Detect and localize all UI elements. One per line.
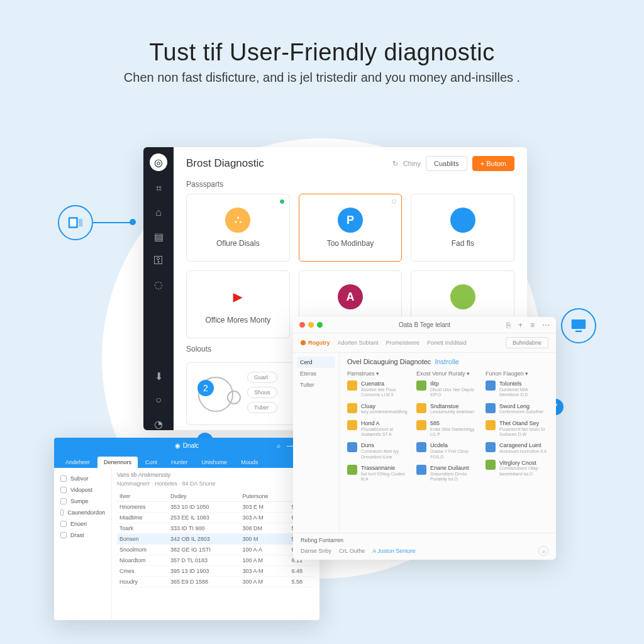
table-row[interactable]: Hnomeres353 10 ID 1050303 E M5 M — [117, 502, 314, 513]
table-cell: 308 DM — [240, 523, 289, 534]
column-header[interactable]: Exost Venur Ruraty ▾ — [416, 370, 479, 377]
catalog-item[interactable]: Cloaytury uomanranevasthng — [347, 403, 410, 415]
sidebar-key-icon[interactable]: ⚿ — [152, 254, 165, 267]
clipboard-icon[interactable]: ⎘ — [506, 321, 511, 330]
tab[interactable]: Andeheer — [59, 457, 96, 468]
table-row[interactable]: Miadtime253 EE IL 1083303 A·M6 M — [117, 513, 314, 523]
table-row[interactable]: Houdry365 E9 D 1588300 A M5.58 — [117, 577, 314, 587]
tab-bar: AndeheerDenennorsContHunlerUnishomeMouds — [54, 453, 319, 468]
nav-item-label: Caunendordon — [67, 509, 105, 516]
search-icon[interactable]: ⌕ — [277, 442, 280, 449]
catalog-item[interactable]: Hond APhosattronont al dustannits ST.A — [347, 420, 410, 438]
nav-item[interactable]: Subvor — [58, 473, 108, 484]
catalog-item[interactable]: IlitpDhost Ulox Ner Oapds EIP.O — [416, 380, 479, 398]
sidebar-layers-icon[interactable]: ▤ — [152, 230, 165, 243]
catalog-item[interactable]: Trassannaniefud tunt IONug Cuotes til.A — [347, 465, 410, 482]
chip[interactable]: Shous — [247, 387, 277, 398]
column-header[interactable]: Ilver — [117, 491, 168, 502]
catalog-item[interactable]: Thet Otand SeyPuxanterdt fan tviolo Sr S… — [486, 420, 548, 438]
side-nav: SubvorVidopostSumpeCaunendordonEnoenDras… — [54, 468, 112, 620]
app-tile[interactable]: ▶Office Mores Monty — [186, 270, 290, 338]
app-tile[interactable]: Fad fls — [411, 194, 514, 262]
catalog-item[interactable]: UcdelaGuasa Y Fnd Clboy FOS.D — [416, 442, 479, 460]
catalog-item[interactable]: 585Ectat Sthe Darterhihgy Li1.P — [416, 420, 479, 438]
sidebar-dot-icon[interactable]: ○ — [152, 394, 165, 406]
more-icon[interactable]: ⋯ — [542, 321, 550, 330]
footer-item[interactable]: CrL Outhe — [339, 548, 365, 554]
nav-item[interactable]: Cerd — [297, 357, 335, 368]
nav-item-label: Vidopost — [70, 487, 92, 493]
traffic-lights[interactable] — [299, 322, 323, 328]
catalog-item[interactable]: Vitrglory CnostComdenobers Olikp Ianentd… — [486, 460, 548, 477]
tab[interactable]: Hunler — [165, 457, 194, 468]
svg-rect-4 — [575, 331, 582, 333]
search-icon[interactable]: ⌕ — [538, 546, 548, 556]
item-icon — [416, 380, 426, 391]
app-logo-icon[interactable]: ◎ — [150, 153, 167, 171]
app-tile[interactable]: PToo Modinbay — [299, 194, 402, 262]
catalog-item[interactable]: Enane DuilauntSnaunsttem Drndo Punalnly … — [416, 465, 479, 482]
app-icon: ◉ — [175, 442, 180, 449]
table-cell: 303 A·M — [240, 566, 289, 577]
secondary-button[interactable]: Cuablits — [426, 156, 467, 171]
nav-item[interactable]: Sumpe — [58, 496, 108, 507]
table-row[interactable]: Toark333 ID TI 900308 DM5.48 — [117, 523, 314, 534]
catalog-item[interactable]: TolontelsDumtenet Mith Merettonn D.D — [486, 380, 548, 398]
menu-icon[interactable]: ≡ — [530, 321, 535, 330]
sub-link[interactable]: Promeisteere — [386, 340, 420, 346]
nav-item[interactable]: Eteras — [297, 368, 335, 379]
minimize-icon[interactable]: — — [287, 442, 293, 449]
sub-link[interactable]: Adorten Sobtant — [338, 340, 379, 346]
chip[interactable]: Guarl — [247, 372, 277, 383]
item-label: Sword LengCentmmunm Sotodher — [499, 403, 543, 415]
sidebar-download-icon[interactable]: ⬇ — [152, 370, 165, 382]
app-tile[interactable]: ∴Oflure Disals — [186, 194, 290, 262]
nav-item[interactable]: Caunendordon — [58, 507, 108, 518]
add-icon[interactable]: + — [518, 321, 523, 330]
table-row[interactable]: Cmes395 13 ID 1903303 A·M6.48 — [117, 566, 314, 577]
nav-item[interactable]: Enoen — [58, 518, 108, 530]
nav-item[interactable]: Tulter — [297, 379, 335, 391]
table-cell: 100 A M — [240, 555, 289, 566]
nav-item[interactable]: Drast — [58, 530, 108, 541]
column-header[interactable]: Dvdey — [168, 491, 240, 502]
nav-item[interactable]: Vidopost — [58, 484, 108, 496]
primary-button[interactable]: + Butom — [472, 156, 514, 171]
sidebar-home-icon[interactable]: ⌂ — [152, 206, 165, 219]
footer-link[interactable]: A Juston Sentore — [372, 548, 416, 554]
table-row[interactable]: Nioardtom357 D TL 0183100 A M6.11 — [117, 555, 314, 566]
catalog-item[interactable]: Carageend LuintAndvioum borinction Il.d — [486, 442, 548, 454]
catalog-window: Oata B Tege lelant ⎘ + ≡ ⋯ Rogutry Adort… — [293, 317, 556, 560]
tab[interactable]: Mouds — [235, 457, 264, 468]
tab[interactable]: Denennors — [97, 457, 138, 468]
footer-item[interactable]: Danse Snby — [301, 548, 331, 554]
table-row[interactable]: Snoolmom382 GE IG 1STI100 A·A6.38 — [117, 545, 314, 555]
item-label: IlitpDhost Ulox Ner Oapds EIP.O — [430, 380, 479, 398]
tab[interactable]: Cont — [139, 457, 164, 468]
table-row[interactable]: Bonsen342 OB IL 2803300 M5.44 — [117, 534, 314, 545]
item-icon — [486, 420, 496, 430]
catalog-item[interactable]: CuenatraAdurten tiee Pouc Comorms LI.M.5 — [347, 380, 410, 398]
table-cell: Cmes — [117, 566, 168, 577]
sidebar-gauge-icon[interactable]: ◔ — [152, 418, 165, 430]
column-header[interactable]: Funon Fiaogen ▾ — [486, 370, 548, 377]
nav-item-label: Drast — [70, 532, 84, 538]
tile-app-icon — [450, 284, 475, 309]
sub-button[interactable]: Buhridabne — [506, 337, 548, 348]
sub-link[interactable]: Ponett Indditaid — [427, 340, 467, 346]
column-header[interactable]: Putersone — [240, 491, 289, 502]
refresh-icon[interactable]: ↻ — [392, 160, 398, 168]
sidebar-sliders-icon[interactable]: ⌗ — [152, 182, 165, 195]
catalog-item[interactable]: DunsCommkom Abin tyy Drmuntind tLine — [347, 442, 410, 460]
column-header[interactable]: Parnstrues ▾ — [347, 370, 410, 377]
tile-app-icon: A — [338, 284, 363, 309]
registry-pill[interactable]: Rogutry — [301, 340, 330, 346]
tab[interactable]: Unishome — [196, 457, 234, 468]
catalog-item[interactable]: Sword LengCentmmunm Sotodher — [486, 403, 548, 415]
catalog-item[interactable]: SndtanstoeLesdomunity anadwan — [416, 403, 479, 415]
item-icon — [347, 465, 357, 475]
sidebar-chat-icon[interactable]: ◌ — [152, 278, 165, 291]
table-cell: 357 D TL 0183 — [168, 555, 240, 566]
chip[interactable]: Tuber — [247, 402, 277, 413]
section-label-passports: Passsparts — [186, 180, 514, 189]
